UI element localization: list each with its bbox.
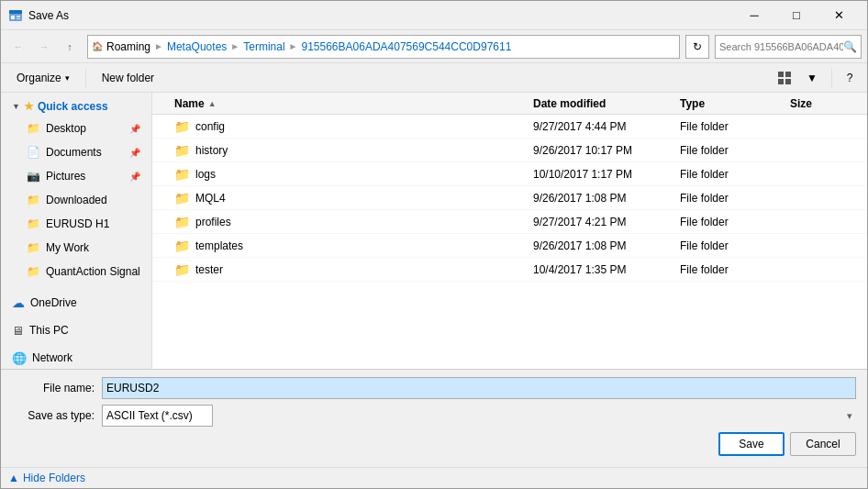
hide-folders-label: Hide Folders [23,472,85,484]
window-controls: ─ □ ✕ [733,1,860,30]
sidebar-item-pictures[interactable]: 📷 Pictures 📌 [1,164,151,188]
desktop-label: Desktop [46,122,86,135]
address-bar[interactable]: 🏠 Name Roaming ► MetaQuotes ► Terminal ►… [87,35,680,59]
quick-access-chevron-icon: ▼ [12,102,20,111]
savetype-row: Save as type: ASCII Text (*.csv)CSV (*.c… [12,405,856,427]
file-name: templates [195,239,243,252]
documents-folder-icon: 📄 [27,146,40,159]
up-button[interactable]: ↑ [58,35,82,59]
eurusd-label: EURUSD H1 [46,217,109,230]
svg-rect-8 [785,79,791,84]
sidebar-item-mywork[interactable]: 📁 My Work [1,236,151,260]
column-type-header[interactable]: Type [680,97,790,110]
table-row[interactable]: 📁 history 9/26/2017 10:17 PM File folder [152,139,867,162]
maximize-button[interactable]: □ [775,1,818,30]
thispc-label: This PC [29,324,69,337]
column-date-header[interactable]: Date modified [533,97,680,110]
refresh-button[interactable]: ↻ [685,35,709,59]
file-folder-icon: 📁 [174,262,190,277]
mywork-folder-icon: 📁 [27,241,40,254]
sidebar-item-downloaded[interactable]: 📁 Downloaded [1,188,151,212]
view-chevron-icon: ▼ [807,72,818,84]
address-roaming: Roaming [106,40,150,53]
sidebar-item-thispc[interactable]: 🖥 This PC [1,318,151,342]
file-type: File folder [680,216,790,228]
table-row[interactable]: 📁 templates 9/26/2017 1:08 PM File folde… [152,234,867,258]
filename-label: File name: [12,382,95,395]
sidebar-item-onedrive[interactable]: ☁ OneDrive [1,291,151,315]
search-box[interactable]: 🔍 [715,35,862,59]
desktop-pin-icon: 📌 [129,124,140,134]
file-type: File folder [680,239,790,252]
address-bar-content: 🏠 Name Roaming ► MetaQuotes ► Terminal ►… [92,40,511,53]
pictures-label: Pictures [46,170,85,183]
pictures-folder-icon: 📷 [27,170,40,183]
hide-folders-bar[interactable]: ▲ Hide Folders [1,467,867,488]
pictures-pin-icon: 📌 [129,172,140,182]
file-date: 10/10/2017 1:17 PM [533,168,680,181]
table-row[interactable]: 📁 tester 10/4/2017 1:35 PM File folder [152,258,867,282]
svg-rect-3 [17,16,20,17]
table-row[interactable]: 📁 MQL4 9/26/2017 1:08 PM File folder [152,186,867,210]
file-name: history [195,144,228,157]
filename-input[interactable] [102,377,856,399]
address-metaquotes: MetaQuotes [167,40,227,53]
svg-rect-5 [778,72,784,77]
file-folder-icon: 📁 [174,191,190,206]
sort-arrow-icon: ▲ [208,99,217,108]
thispc-icon: 🖥 [12,324,24,338]
organize-button[interactable]: Organize ▾ [8,67,78,89]
help-button[interactable]: ? [840,68,860,88]
documents-pin-icon: 📌 [129,148,140,158]
sidebar-item-quantaction[interactable]: 📁 QuantAction Signal [1,260,151,283]
file-type: File folder [680,192,790,205]
svg-rect-6 [785,72,791,77]
savetype-select-wrapper: ASCII Text (*.csv)CSV (*.csv)Text (*.txt… [102,405,856,427]
file-folder-icon: 📁 [174,119,190,134]
quantaction-folder-icon: 📁 [27,265,40,278]
address-terminal: Terminal [243,40,284,53]
file-list-header[interactable]: Name ▲ Date modified Type Size [152,93,867,115]
downloaded-folder-icon: 📁 [27,194,40,206]
new-folder-label: New folder [102,72,154,84]
column-size-label: Size [790,97,812,110]
onedrive-icon: ☁ [12,295,25,310]
search-input[interactable] [719,41,843,52]
column-name-header[interactable]: Name ▲ [156,97,533,110]
savetype-select[interactable]: ASCII Text (*.csv)CSV (*.csv)Text (*.txt… [102,405,213,427]
column-name-label: Name [174,97,205,110]
help-label: ? [847,72,853,84]
minimize-button[interactable]: ─ [733,1,775,30]
sidebar-spacer-1 [1,283,151,291]
documents-label: Documents [46,146,102,159]
svg-rect-4 [17,18,20,19]
back-button: ← [6,35,30,59]
table-row[interactable]: 📁 config 9/27/2017 4:44 PM File folder [152,115,867,139]
file-folder-icon: 📁 [174,215,190,229]
toolbar-separator [85,69,86,87]
new-folder-button[interactable]: New folder [94,67,162,89]
cancel-button[interactable]: Cancel [790,432,856,456]
forward-button: → [32,35,56,59]
window-icon [8,8,23,23]
quick-access-header[interactable]: ▼ ★ Quick access [1,96,151,117]
table-row[interactable]: 📁 logs 10/10/2017 1:17 PM File folder [152,162,867,186]
mywork-label: My Work [46,241,89,254]
sidebar-item-desktop[interactable]: 📁 Desktop 📌 [1,117,151,140]
column-size-header[interactable]: Size [790,97,863,110]
table-row[interactable]: 📁 profiles 9/27/2017 4:21 PM File folder [152,210,867,234]
view-options-button[interactable] [773,67,796,89]
search-icon: 🔍 [843,40,857,53]
sidebar-item-eurusd[interactable]: 📁 EURUSD H1 [1,212,151,236]
save-button[interactable]: Save [718,432,785,456]
sidebar-item-documents[interactable]: 📄 Documents 📌 [1,140,151,164]
svg-rect-1 [9,10,22,14]
action-buttons: Save Cancel [12,432,856,456]
quick-access-star-icon: ★ [24,100,34,113]
title-bar: Save As ─ □ ✕ [1,1,867,30]
organize-label: Organize [17,72,61,84]
close-button[interactable]: ✕ [818,1,860,30]
view-dropdown-button[interactable]: ▼ [800,67,824,89]
file-type: File folder [680,263,790,276]
sidebar-item-network[interactable]: 🌐 Network [1,346,151,369]
